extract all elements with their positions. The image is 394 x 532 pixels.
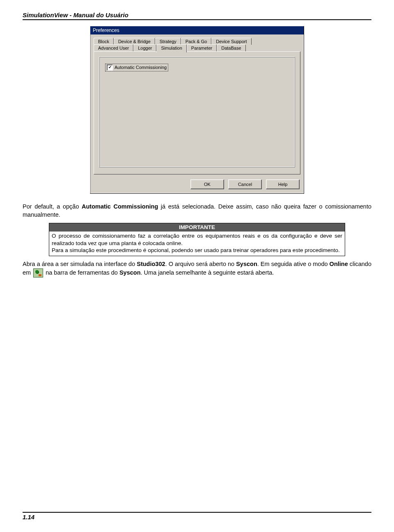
cancel-button[interactable]: Cancel: [228, 179, 262, 189]
page-footer: 1.14: [23, 512, 371, 521]
tab-device-support[interactable]: Device Support: [211, 38, 251, 45]
checkbox-label: Automatic Commissioning: [115, 65, 167, 70]
paragraph-2: Abra a área a ser simulada na interface …: [23, 260, 371, 277]
tab-advanced-user[interactable]: Advanced User: [94, 44, 133, 52]
dialog-titlebar: Preferences: [90, 26, 304, 34]
checkbox-automatic-commissioning[interactable]: ✔ Automatic Commissioning: [105, 64, 168, 71]
important-body: O processo de comissionamento faz a corr…: [49, 232, 345, 256]
important-box: IMPORTANTE O processo de comissionamento…: [49, 223, 345, 256]
text-span: . Uma janela semelhante à seguinte estar…: [141, 269, 274, 275]
text-bold: Syscon: [236, 261, 257, 267]
tab-device-bridge[interactable]: Device & Bridge: [114, 38, 155, 45]
text-span: Por default, a opção: [23, 203, 82, 210]
tab-parameter[interactable]: Parameter: [187, 44, 217, 52]
tab-panel: ✔ Automatic Commissioning: [94, 51, 300, 174]
text-bold: Online: [330, 261, 348, 267]
tab-row-top: Block Device & Bridge Strategy Pack & Go…: [94, 38, 300, 45]
checkmark-icon: ✔: [107, 64, 113, 71]
text-bold: Automatic Commissioning: [82, 203, 158, 210]
text-bold: Studio302: [137, 261, 165, 267]
preferences-dialog: Preferences Block Device & Bridge Strate…: [90, 26, 304, 194]
text-span: O processo de comissionamento faz a corr…: [52, 233, 342, 246]
header-rule: [23, 19, 371, 20]
tab-row-bottom: Advanced User Logger Simulation Paramete…: [94, 44, 300, 52]
group-box: ✔ Automatic Commissioning: [99, 57, 295, 167]
tab-pack-go[interactable]: Pack & Go: [181, 38, 212, 45]
page-number: 1.14: [23, 514, 371, 521]
ok-button[interactable]: OK: [190, 179, 224, 189]
tab-strategy[interactable]: Strategy: [155, 38, 181, 45]
help-button[interactable]: Help: [266, 179, 300, 189]
text-bold: Syscon: [119, 269, 141, 275]
paragraph-1: Por default, a opção Automatic Commissio…: [23, 203, 371, 219]
body-text: Por default, a opção Automatic Commissio…: [23, 203, 371, 277]
text-span: Para a simulação este procedimento é opc…: [52, 247, 340, 253]
tab-block[interactable]: Block: [94, 38, 114, 45]
footer-rule: [23, 512, 371, 513]
text-span: na barra de ferramentas do: [44, 269, 119, 275]
tab-simulation[interactable]: Simulation: [156, 44, 186, 53]
dialog-buttons: OK Cancel Help: [90, 176, 304, 193]
text-span: . O arquivo será aberto no: [165, 261, 236, 267]
tab-logger[interactable]: Logger: [133, 44, 156, 52]
tab-database[interactable]: DataBase: [217, 44, 245, 52]
important-heading: IMPORTANTE: [49, 223, 345, 232]
text-span: . Em seguida ative o modo: [257, 261, 330, 267]
online-toolbar-icon: [33, 268, 43, 277]
doc-header-title: SimulationView - Manual do Usuário: [23, 11, 371, 18]
text-span: Abra a área a ser simulada na interface …: [23, 261, 137, 267]
